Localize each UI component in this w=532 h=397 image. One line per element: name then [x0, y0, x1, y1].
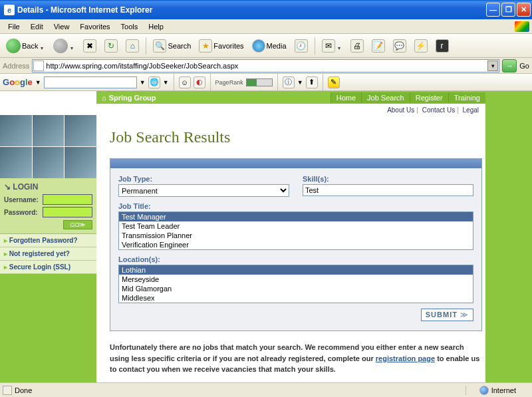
password-input[interactable] — [43, 207, 92, 217]
login-heading: LOGIN — [4, 182, 92, 192]
sub-nav-links: About Us| Contact Us| Legal — [0, 104, 532, 115]
main-content: Job Search Results Job Type: Permanent S… — [96, 115, 532, 382]
skills-label: Skill(s): — [303, 175, 473, 183]
done-icon — [3, 386, 12, 395]
menu-file[interactable]: File — [3, 21, 25, 32]
username-input[interactable] — [43, 194, 92, 205]
google-news-button[interactable]: ◐ — [194, 76, 205, 88]
home-button[interactable]: ⌂ — [122, 37, 142, 55]
list-item[interactable]: Middlesex — [119, 293, 473, 303]
link-about-us[interactable]: About Us — [387, 106, 414, 114]
password-label: Password: — [4, 209, 43, 216]
address-bar: Address ▾ → Go — [0, 58, 532, 74]
history-button[interactable]: 🕗 — [291, 37, 311, 55]
jobtitle-label: Job Title: — [118, 202, 473, 210]
pagerank-meter — [246, 78, 273, 86]
menu-edit[interactable]: Edit — [25, 21, 49, 32]
go-label: Go — [519, 62, 529, 70]
page-icon — [33, 61, 44, 71]
location-listbox[interactable]: Lothian Merseyside Mid Glamorgan Middles… — [118, 265, 473, 303]
favorites-button[interactable]: ★Favorites — [196, 37, 247, 55]
left-sidebar: LOGIN Username: Password: GO≫ Forgotten … — [0, 115, 96, 382]
research-button[interactable]: ⚡ — [411, 37, 431, 55]
close-button[interactable]: ✕ — [517, 3, 531, 17]
media-button[interactable]: Media — [249, 37, 290, 55]
ie-icon: e — [4, 5, 15, 15]
google-highlight-button[interactable]: ✎ — [328, 76, 340, 88]
link-legal[interactable]: Legal — [463, 106, 479, 114]
minimize-button[interactable]: — — [486, 3, 500, 17]
login-go-button[interactable]: GO≫ — [63, 220, 92, 229]
back-button[interactable]: Back — [3, 37, 49, 55]
address-label: Address — [3, 62, 29, 70]
search-button[interactable]: 🔍Search — [150, 37, 194, 55]
browser-viewport: ⌂ Spring Group Home Job Search Register … — [0, 91, 532, 382]
nav-job-search[interactable]: Job Search — [361, 92, 410, 103]
google-smiley-icon[interactable]: ☺ — [179, 76, 191, 88]
no-results-message: Unfortunately there are no jobs that mat… — [110, 342, 482, 375]
address-input[interactable] — [32, 59, 499, 72]
refresh-button[interactable]: ↻ — [101, 37, 121, 55]
window-title: Details - Microsoft Internet Explorer — [17, 5, 486, 15]
site-header-bar: ⌂ Spring Group Home Job Search Register … — [0, 91, 532, 104]
google-logo[interactable]: Google — [3, 77, 33, 87]
menu-bar: File Edit View Favorites Tools Help — [0, 19, 532, 34]
print-button[interactable]: 🖨 — [347, 37, 367, 55]
link-not-registered[interactable]: Not registered yet? — [0, 247, 96, 261]
list-item[interactable]: Test Team Leader — [119, 221, 473, 231]
nav-home[interactable]: Home — [331, 92, 361, 103]
page-title: Job Search Results — [110, 128, 482, 146]
link-secure-login[interactable]: Secure Login (SSL) — [0, 261, 96, 274]
right-green-column — [485, 104, 532, 382]
status-text: Done — [15, 386, 32, 394]
link-contact-us[interactable]: Contact Us — [422, 106, 455, 114]
list-item[interactable]: Lothian — [119, 265, 473, 275]
realplayer-button[interactable]: r — [432, 37, 452, 55]
list-item[interactable]: Test Manager — [119, 212, 473, 221]
address-dropdown[interactable]: ▾ — [487, 61, 498, 71]
nav-register[interactable]: Register — [410, 92, 448, 103]
menu-help[interactable]: Help — [143, 21, 169, 32]
skills-input[interactable] — [303, 184, 473, 196]
link-forgotten-password[interactable]: Forgotten Password? — [0, 234, 96, 247]
forward-button[interactable] — [50, 37, 78, 55]
google-search-input[interactable] — [44, 76, 137, 88]
maximize-button[interactable]: ❐ — [501, 3, 515, 17]
list-item[interactable]: Mid Glamorgan — [119, 284, 473, 293]
windows-flag-icon[interactable] — [515, 21, 529, 32]
username-label: Username: — [4, 196, 43, 203]
login-box: LOGIN Username: Password: GO≫ — [0, 178, 96, 234]
hero-image — [0, 115, 96, 178]
menu-view[interactable]: View — [49, 21, 75, 32]
pagerank-label[interactable]: PageRank — [215, 79, 243, 86]
nav-training[interactable]: Training — [448, 92, 485, 103]
home-icon: ⌂ — [102, 94, 106, 102]
security-zone: Internet — [491, 386, 516, 394]
stop-button[interactable]: ✖ — [80, 37, 100, 55]
globe-icon — [479, 386, 489, 395]
mail-button[interactable]: ✉ — [319, 37, 346, 55]
google-up-button[interactable]: ⬆ — [306, 76, 318, 88]
menu-tools[interactable]: Tools — [116, 21, 144, 32]
list-item[interactable]: Transmission Planner — [119, 231, 473, 240]
window-titlebar: e Details - Microsoft Internet Explorer … — [0, 0, 532, 19]
go-button[interactable]: → — [502, 59, 517, 72]
list-item[interactable]: Merseyside — [119, 275, 473, 284]
jobtype-label: Job Type: — [118, 175, 289, 183]
navigation-toolbar: Back ✖ ↻ ⌂ 🔍Search ★Favorites Media 🕗 ✉ … — [0, 34, 532, 58]
edit-button[interactable]: 📝 — [368, 37, 388, 55]
discuss-button[interactable]: 💬 — [390, 37, 410, 55]
status-bar: Done Internet — [0, 382, 532, 397]
menu-favorites[interactable]: Favorites — [74, 21, 115, 32]
registration-link[interactable]: registration page — [376, 354, 435, 362]
google-info-button[interactable]: ⓘ — [283, 76, 295, 88]
location-label: Location(s): — [118, 255, 473, 263]
google-search-web-button[interactable]: 🌐 — [148, 76, 160, 88]
google-toolbar: Google▼ ▼ 🌐 ▼ ☺ ◐ PageRank ⓘ▼ ⬆ ✎ — [0, 74, 532, 91]
submit-button[interactable]: SUBMIT — [421, 309, 473, 321]
search-panel: Job Type: Permanent Skill(s): Job Title: — [110, 158, 482, 331]
jobtype-select[interactable]: Permanent — [118, 184, 289, 197]
list-item[interactable]: Verification Engineer — [119, 240, 473, 249]
site-brand[interactable]: Spring Group — [109, 94, 331, 102]
jobtitle-listbox[interactable]: Test Manager Test Team Leader Transmissi… — [118, 211, 473, 250]
